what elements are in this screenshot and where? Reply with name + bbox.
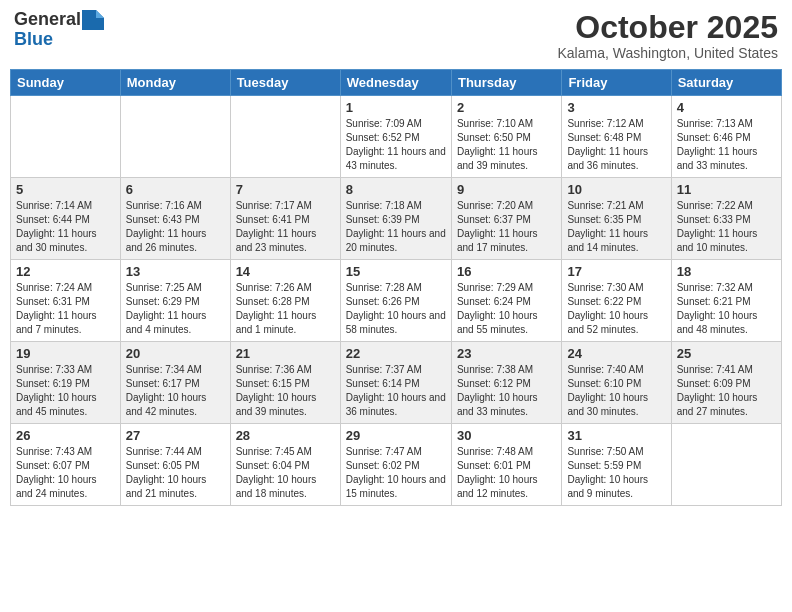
day-number: 27: [126, 428, 225, 443]
calendar-cell: 13Sunrise: 7:25 AMSunset: 6:29 PMDayligh…: [120, 260, 230, 342]
month-title: October 2025: [558, 10, 779, 45]
calendar-cell: 19Sunrise: 7:33 AMSunset: 6:19 PMDayligh…: [11, 342, 121, 424]
calendar-cell: 31Sunrise: 7:50 AMSunset: 5:59 PMDayligh…: [562, 424, 671, 506]
day-info: Sunrise: 7:36 AMSunset: 6:15 PMDaylight:…: [236, 364, 317, 417]
day-info: Sunrise: 7:38 AMSunset: 6:12 PMDaylight:…: [457, 364, 538, 417]
calendar-cell: 16Sunrise: 7:29 AMSunset: 6:24 PMDayligh…: [451, 260, 561, 342]
day-info: Sunrise: 7:28 AMSunset: 6:26 PMDaylight:…: [346, 282, 446, 335]
day-number: 4: [677, 100, 776, 115]
calendar-cell: 1Sunrise: 7:09 AMSunset: 6:52 PMDaylight…: [340, 96, 451, 178]
day-number: 11: [677, 182, 776, 197]
svg-marker-1: [96, 10, 104, 18]
day-number: 12: [16, 264, 115, 279]
calendar-cell: 5Sunrise: 7:14 AMSunset: 6:44 PMDaylight…: [11, 178, 121, 260]
calendar-cell: 26Sunrise: 7:43 AMSunset: 6:07 PMDayligh…: [11, 424, 121, 506]
svg-marker-0: [82, 10, 104, 30]
calendar-cell: 25Sunrise: 7:41 AMSunset: 6:09 PMDayligh…: [671, 342, 781, 424]
weekday-header: Friday: [562, 70, 671, 96]
calendar-week-row: 19Sunrise: 7:33 AMSunset: 6:19 PMDayligh…: [11, 342, 782, 424]
calendar-cell: 27Sunrise: 7:44 AMSunset: 6:05 PMDayligh…: [120, 424, 230, 506]
logo-blue-text: Blue: [14, 29, 53, 49]
calendar-cell: 2Sunrise: 7:10 AMSunset: 6:50 PMDaylight…: [451, 96, 561, 178]
calendar-cell: 8Sunrise: 7:18 AMSunset: 6:39 PMDaylight…: [340, 178, 451, 260]
calendar-cell: 15Sunrise: 7:28 AMSunset: 6:26 PMDayligh…: [340, 260, 451, 342]
day-info: Sunrise: 7:10 AMSunset: 6:50 PMDaylight:…: [457, 118, 538, 171]
weekday-header: Sunday: [11, 70, 121, 96]
calendar-cell: 30Sunrise: 7:48 AMSunset: 6:01 PMDayligh…: [451, 424, 561, 506]
weekday-header: Wednesday: [340, 70, 451, 96]
day-info: Sunrise: 7:09 AMSunset: 6:52 PMDaylight:…: [346, 118, 446, 171]
weekday-header: Thursday: [451, 70, 561, 96]
calendar-cell: [671, 424, 781, 506]
calendar-cell: 9Sunrise: 7:20 AMSunset: 6:37 PMDaylight…: [451, 178, 561, 260]
calendar-cell: 20Sunrise: 7:34 AMSunset: 6:17 PMDayligh…: [120, 342, 230, 424]
day-number: 21: [236, 346, 335, 361]
day-number: 14: [236, 264, 335, 279]
weekday-header: Saturday: [671, 70, 781, 96]
day-info: Sunrise: 7:50 AMSunset: 5:59 PMDaylight:…: [567, 446, 648, 499]
day-info: Sunrise: 7:33 AMSunset: 6:19 PMDaylight:…: [16, 364, 97, 417]
calendar-week-row: 1Sunrise: 7:09 AMSunset: 6:52 PMDaylight…: [11, 96, 782, 178]
calendar-week-row: 5Sunrise: 7:14 AMSunset: 6:44 PMDaylight…: [11, 178, 782, 260]
calendar-cell: 22Sunrise: 7:37 AMSunset: 6:14 PMDayligh…: [340, 342, 451, 424]
calendar-cell: 12Sunrise: 7:24 AMSunset: 6:31 PMDayligh…: [11, 260, 121, 342]
calendar-cell: 17Sunrise: 7:30 AMSunset: 6:22 PMDayligh…: [562, 260, 671, 342]
day-info: Sunrise: 7:45 AMSunset: 6:04 PMDaylight:…: [236, 446, 317, 499]
calendar-cell: 18Sunrise: 7:32 AMSunset: 6:21 PMDayligh…: [671, 260, 781, 342]
calendar-cell: 6Sunrise: 7:16 AMSunset: 6:43 PMDaylight…: [120, 178, 230, 260]
page-header: General Blue October 2025 Kalama, Washin…: [10, 10, 782, 61]
day-number: 29: [346, 428, 446, 443]
day-info: Sunrise: 7:12 AMSunset: 6:48 PMDaylight:…: [567, 118, 648, 171]
day-number: 20: [126, 346, 225, 361]
calendar-cell: 23Sunrise: 7:38 AMSunset: 6:12 PMDayligh…: [451, 342, 561, 424]
location-title: Kalama, Washington, United States: [558, 45, 779, 61]
calendar-cell: 7Sunrise: 7:17 AMSunset: 6:41 PMDaylight…: [230, 178, 340, 260]
day-info: Sunrise: 7:29 AMSunset: 6:24 PMDaylight:…: [457, 282, 538, 335]
calendar-cell: 4Sunrise: 7:13 AMSunset: 6:46 PMDaylight…: [671, 96, 781, 178]
calendar-cell: 3Sunrise: 7:12 AMSunset: 6:48 PMDaylight…: [562, 96, 671, 178]
logo-icon: [82, 10, 104, 30]
day-number: 17: [567, 264, 665, 279]
day-info: Sunrise: 7:32 AMSunset: 6:21 PMDaylight:…: [677, 282, 758, 335]
day-info: Sunrise: 7:34 AMSunset: 6:17 PMDaylight:…: [126, 364, 207, 417]
calendar-cell: 21Sunrise: 7:36 AMSunset: 6:15 PMDayligh…: [230, 342, 340, 424]
day-info: Sunrise: 7:22 AMSunset: 6:33 PMDaylight:…: [677, 200, 758, 253]
day-info: Sunrise: 7:21 AMSunset: 6:35 PMDaylight:…: [567, 200, 648, 253]
calendar-cell: 14Sunrise: 7:26 AMSunset: 6:28 PMDayligh…: [230, 260, 340, 342]
day-info: Sunrise: 7:48 AMSunset: 6:01 PMDaylight:…: [457, 446, 538, 499]
day-info: Sunrise: 7:13 AMSunset: 6:46 PMDaylight:…: [677, 118, 758, 171]
day-number: 30: [457, 428, 556, 443]
calendar-week-row: 12Sunrise: 7:24 AMSunset: 6:31 PMDayligh…: [11, 260, 782, 342]
day-number: 31: [567, 428, 665, 443]
day-info: Sunrise: 7:44 AMSunset: 6:05 PMDaylight:…: [126, 446, 207, 499]
day-number: 24: [567, 346, 665, 361]
day-info: Sunrise: 7:43 AMSunset: 6:07 PMDaylight:…: [16, 446, 97, 499]
day-number: 6: [126, 182, 225, 197]
day-info: Sunrise: 7:25 AMSunset: 6:29 PMDaylight:…: [126, 282, 207, 335]
day-number: 9: [457, 182, 556, 197]
calendar-cell: 29Sunrise: 7:47 AMSunset: 6:02 PMDayligh…: [340, 424, 451, 506]
day-number: 19: [16, 346, 115, 361]
calendar-cell: [11, 96, 121, 178]
day-number: 1: [346, 100, 446, 115]
weekday-header: Monday: [120, 70, 230, 96]
day-number: 22: [346, 346, 446, 361]
weekday-header: Tuesday: [230, 70, 340, 96]
logo-general-text: General: [14, 10, 81, 30]
day-number: 7: [236, 182, 335, 197]
day-info: Sunrise: 7:20 AMSunset: 6:37 PMDaylight:…: [457, 200, 538, 253]
day-number: 10: [567, 182, 665, 197]
day-number: 16: [457, 264, 556, 279]
day-number: 13: [126, 264, 225, 279]
day-info: Sunrise: 7:26 AMSunset: 6:28 PMDaylight:…: [236, 282, 317, 335]
calendar-cell: [120, 96, 230, 178]
day-number: 28: [236, 428, 335, 443]
day-info: Sunrise: 7:30 AMSunset: 6:22 PMDaylight:…: [567, 282, 648, 335]
day-number: 25: [677, 346, 776, 361]
day-info: Sunrise: 7:17 AMSunset: 6:41 PMDaylight:…: [236, 200, 317, 253]
calendar-cell: 10Sunrise: 7:21 AMSunset: 6:35 PMDayligh…: [562, 178, 671, 260]
day-number: 18: [677, 264, 776, 279]
header-row: SundayMondayTuesdayWednesdayThursdayFrid…: [11, 70, 782, 96]
title-block: October 2025 Kalama, Washington, United …: [558, 10, 779, 61]
day-number: 23: [457, 346, 556, 361]
